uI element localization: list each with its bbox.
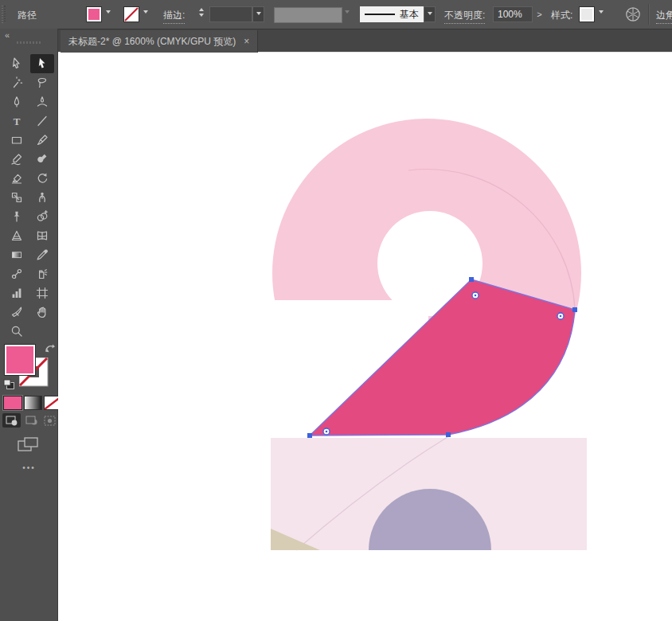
curvature-tool[interactable] — [30, 92, 54, 111]
style-label: 样式: — [551, 9, 572, 22]
direct-selection-tool[interactable] — [30, 54, 54, 73]
illustrator-window: { "control_bar": { "selection_type_label… — [0, 0, 672, 621]
hand-tool[interactable] — [30, 303, 54, 322]
blend-tool[interactable] — [5, 264, 29, 283]
slice-tool[interactable] — [5, 303, 29, 322]
puppet-warp-tool[interactable] — [30, 188, 54, 207]
eyedropper-tool[interactable] — [30, 245, 54, 264]
selection-type-label: 路径 — [18, 9, 37, 22]
fill-swatch-indicator[interactable] — [4, 344, 36, 376]
shaper-tool[interactable] — [5, 150, 29, 169]
gradient-mode-button[interactable] — [24, 396, 42, 410]
brush-definition-chevron-icon[interactable] — [424, 6, 436, 22]
svg-text:T: T — [14, 115, 21, 127]
anchor-point[interactable] — [469, 277, 474, 282]
opacity-popout-button[interactable]: > — [534, 6, 545, 22]
brush-definition-label: 基本 — [400, 8, 419, 21]
opacity-label[interactable]: 不透明度: — [444, 9, 485, 24]
draw-behind-mode-button[interactable] — [22, 413, 41, 428]
draw-normal-mode-button[interactable] — [2, 413, 21, 428]
anchor-point[interactable] — [446, 432, 451, 437]
gradient-tool[interactable] — [5, 245, 29, 264]
stroke-weight-chevron-icon[interactable] — [252, 6, 264, 22]
recolor-artwork-icon[interactable] — [625, 6, 641, 22]
type-tool[interactable]: T — [5, 111, 29, 131]
perspective-grid-tool[interactable] — [5, 226, 29, 245]
width-profile-select[interactable] — [274, 7, 342, 23]
style-chevron-icon[interactable] — [599, 10, 604, 14]
column-graph-tool[interactable] — [5, 283, 29, 303]
mesh-tool[interactable] — [30, 226, 54, 245]
tools-panel-grip[interactable] — [17, 41, 41, 44]
opacity-input[interactable]: 100% — [493, 6, 533, 22]
fill-stroke-cluster — [3, 344, 56, 392]
document-tab[interactable]: 未标题-2* @ 1600% (CMYK/GPU 预览) × — [61, 30, 258, 53]
control-bar: 路径 描边: 基本 不透明度: 100% > 样式: 边角 — [0, 0, 672, 29]
fill-color-swatch[interactable] — [86, 6, 102, 22]
brush-definition-select[interactable]: 基本 — [360, 6, 424, 22]
control-bar-divider — [648, 4, 650, 25]
stroke-none-slash-icon — [125, 8, 138, 21]
draw-inside-mode-button[interactable] — [41, 413, 59, 428]
free-transform-tool[interactable] — [5, 207, 29, 226]
rotate-tool[interactable] — [30, 169, 54, 188]
live-corner-widget-dot — [326, 431, 328, 433]
blob-brush-tool[interactable] — [30, 150, 54, 169]
zoom-tool[interactable] — [5, 322, 29, 341]
live-corner-widget-dot — [560, 315, 562, 318]
swap-fill-stroke-icon[interactable] — [45, 344, 56, 355]
shape-builder-tool[interactable] — [30, 207, 54, 226]
tab-close-icon[interactable]: × — [244, 36, 249, 47]
line-segment-tool[interactable] — [30, 111, 54, 131]
control-bar-grip[interactable] — [2, 6, 6, 23]
scale-tool[interactable] — [5, 188, 29, 207]
document-canvas[interactable] — [58, 53, 672, 621]
stroke-color-chevron-icon[interactable] — [143, 10, 148, 14]
document-tab-strip: 未标题-2* @ 1600% (CMYK/GPU 预览) × — [58, 29, 672, 53]
edit-toolbar-button[interactable]: ••• — [0, 463, 58, 472]
anchor-point[interactable] — [572, 307, 577, 312]
fill-color-chevron-icon[interactable] — [106, 10, 111, 14]
brush-stroke-preview — [365, 14, 395, 15]
artboard-tool[interactable] — [30, 283, 54, 303]
artwork — [58, 53, 672, 621]
pen-tool[interactable] — [5, 92, 29, 111]
live-corner-widget-dot — [475, 295, 477, 297]
style-swatch[interactable] — [579, 6, 595, 22]
anchor-point[interactable] — [307, 433, 312, 438]
stroke-weight-input[interactable] — [209, 6, 252, 22]
stroke-weight-stepper[interactable] — [197, 6, 206, 22]
magic-wand-tool[interactable] — [5, 73, 29, 92]
collapse-panel-icon[interactable]: « — [5, 30, 9, 40]
tools-panel: « T — [0, 29, 58, 621]
lasso-tool[interactable] — [30, 73, 54, 92]
rectangle-tool[interactable] — [5, 131, 29, 150]
selection-tool[interactable] — [5, 54, 29, 73]
paintbrush-tool[interactable] — [30, 131, 54, 150]
width-profile-chevron-icon — [345, 10, 350, 14]
symbol-sprayer-tool[interactable] — [30, 264, 54, 283]
color-mode-button[interactable] — [3, 396, 22, 410]
default-fill-stroke-icon[interactable] — [3, 379, 15, 390]
eraser-tool[interactable] — [5, 169, 29, 188]
corner-label[interactable]: 边角 — [656, 9, 672, 24]
stroke-color-swatch[interactable] — [123, 6, 139, 22]
screen-mode-button[interactable] — [18, 436, 40, 452]
document-tab-title: 未标题-2* @ 1600% (CMYK/GPU 预览) — [68, 35, 236, 49]
stroke-weight-label[interactable]: 描边: — [163, 9, 185, 24]
